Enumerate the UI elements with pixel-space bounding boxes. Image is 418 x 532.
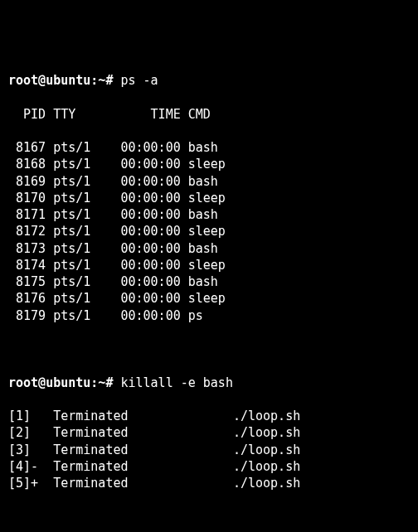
job-line: [5]+ Terminated ./loop.sh	[8, 475, 410, 491]
ps-row: 8173 pts/1 00:00:00 bash	[8, 240, 410, 257]
shell-prompt: root@ubuntu:~#	[8, 375, 113, 390]
ps-row: 8168 pts/1 00:00:00 sleep	[8, 156, 410, 172]
ps-row: 8169 pts/1 00:00:00 bash	[8, 173, 410, 190]
job-line: [1] Terminated ./loop.sh	[8, 408, 410, 424]
ps-row: 8179 pts/1 00:00:00 ps	[8, 307, 410, 324]
prompt-line-1[interactable]: root@ubuntu:~# ps -a	[8, 72, 410, 89]
prompt-line-2[interactable]: root@ubuntu:~# killall -e bash	[8, 375, 410, 391]
blank-line	[8, 509, 410, 525]
ps-row: 8172 pts/1 00:00:00 sleep	[8, 223, 410, 239]
ps-output-1: 8167 pts/1 00:00:00 bash 8168 pts/1 00:0…	[8, 139, 410, 324]
ps-row: 8175 pts/1 00:00:00 bash	[8, 273, 410, 290]
job-termination-output: [1] Terminated ./loop.sh[2] Terminated .…	[8, 408, 410, 491]
ps-row: 8170 pts/1 00:00:00 sleep	[8, 190, 410, 206]
command-text: killall -e bash	[120, 375, 232, 390]
ps-row: 8176 pts/1 00:00:00 sleep	[8, 290, 410, 307]
ps-row: 8171 pts/1 00:00:00 bash	[8, 206, 410, 223]
shell-prompt: root@ubuntu:~#	[8, 73, 113, 88]
ps-row: 8167 pts/1 00:00:00 bash	[8, 139, 410, 156]
job-line: [4]- Terminated ./loop.sh	[8, 458, 410, 475]
job-line: [3] Terminated ./loop.sh	[8, 442, 410, 458]
blank-line	[8, 341, 410, 357]
ps-row: 8174 pts/1 00:00:00 sleep	[8, 257, 410, 273]
ps-header-1: PID TTY TIME CMD	[8, 106, 410, 123]
job-line: [2] Terminated ./loop.sh	[8, 424, 410, 441]
command-text: ps -a	[120, 73, 158, 88]
